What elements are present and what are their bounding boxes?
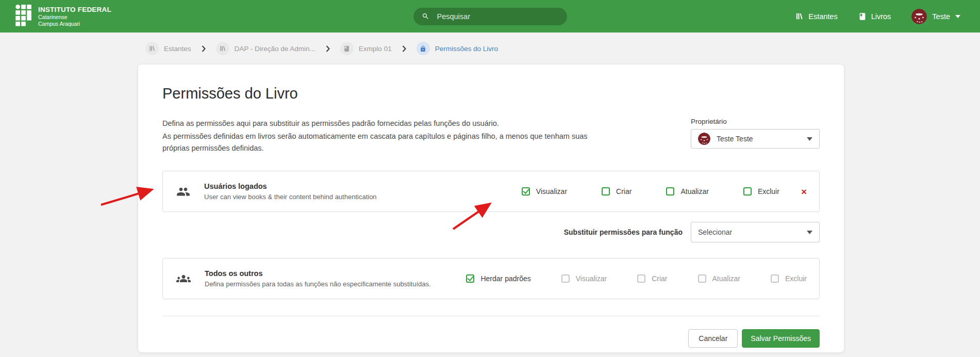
breadcrumb-label: Estantes (164, 45, 191, 53)
permission-row-everyone-else: Todos os outros Defina permissões para t… (162, 258, 820, 299)
permission-row-title: Usuários logados (204, 182, 377, 190)
checkbox-icon[interactable] (561, 274, 570, 283)
description-line-2: As permissões definidas em livros serão … (162, 131, 602, 154)
checkbox-excluir[interactable]: Excluir (771, 274, 807, 283)
checkbox-icon[interactable] (698, 274, 706, 283)
permission-row-subtitle: User can view books & their content behi… (204, 193, 377, 201)
search-icon (422, 12, 429, 20)
institution-grid-icon (15, 5, 32, 28)
nav-books-label: Livros (871, 12, 891, 21)
checkbox-visualizar[interactable]: Visualizar (561, 274, 607, 283)
logo-line-3: Campus Araquari (38, 21, 111, 27)
permission-row-logged-in-users: Usuários logados User can view books & t… (162, 171, 820, 212)
three-people-icon (176, 271, 191, 286)
search-input[interactable] (436, 12, 559, 21)
owner-block: Proprietário Teste Teste (691, 118, 820, 149)
role-override-label: Substituir permissões para função (564, 228, 683, 236)
book-icon (340, 42, 354, 55)
nav-books[interactable]: Livros (858, 12, 891, 21)
bookshelf-icon (795, 12, 804, 21)
chevron-right-icon (202, 45, 206, 52)
checkbox-criar[interactable]: Criar (637, 274, 667, 283)
header-nav: Estantes Livros Teste (795, 9, 960, 24)
description-line-1: Defina as permissões aqui para substitui… (162, 118, 602, 129)
lock-icon (417, 42, 430, 55)
breadcrumb-label: Permissões do Livro (435, 45, 498, 53)
checkbox-excluir[interactable]: Excluir (743, 187, 779, 196)
checkbox-herdar-padroes[interactable]: Herdar padrões (466, 274, 530, 283)
logo-line-1: INSTITUTO FEDERAL (38, 6, 111, 14)
nav-shelves[interactable]: Estantes (795, 12, 837, 21)
owner-label: Proprietário (691, 118, 820, 125)
chevron-right-icon (326, 45, 330, 52)
breadcrumb-item-permissions[interactable]: Permissões do Livro (417, 42, 498, 55)
breadcrumb-item-shelves[interactable]: Estantes (145, 42, 191, 55)
breadcrumb-label: Exmplo 01 (359, 45, 392, 53)
cancel-button[interactable]: Cancelar (688, 329, 738, 348)
checkbox-atualizar[interactable]: Atualizar (666, 187, 708, 196)
permission-row-subtitle: Defina permissões para todas as funções … (205, 280, 431, 288)
permissions-card: Permissões do Livro Defina as permissões… (138, 64, 844, 352)
permission-checkbox-group: Herdar padrões Visualizar Criar Atualiza… (466, 274, 807, 283)
nav-shelves-label: Estantes (808, 12, 837, 21)
logo-text: INSTITUTO FEDERAL Catarinense Campus Ara… (38, 6, 111, 27)
avatar (911, 9, 927, 24)
page-title: Permissões do Livro (162, 85, 820, 102)
page-description: Defina as permissões aqui para substitui… (162, 118, 602, 155)
owner-value: Teste Teste (717, 135, 753, 143)
checkbox-icon[interactable] (637, 274, 645, 283)
divider (162, 316, 820, 316)
book-icon (858, 12, 867, 21)
chevron-right-icon (402, 45, 406, 52)
checkbox-visualizar[interactable]: Visualizar (522, 187, 567, 196)
role-override-section: Substituir permissões para função Seleci… (162, 222, 820, 242)
breadcrumb-item-shelf-dap[interactable]: DAP - Direção de Admin... (216, 42, 315, 55)
checkbox-icon[interactable] (602, 187, 610, 196)
breadcrumb: Estantes DAP - Direção de Admin... Exmpl… (0, 33, 980, 56)
logo-line-2: Catarinense (38, 14, 111, 21)
breadcrumb-item-book[interactable]: Exmplo 01 (340, 42, 392, 55)
permission-checkbox-group: Visualizar Criar Atualizar Excluir × (522, 187, 807, 197)
search-bar[interactable] (413, 8, 567, 25)
checkbox-criar[interactable]: Criar (602, 187, 632, 196)
checkbox-icon[interactable] (466, 274, 474, 283)
checkbox-icon[interactable] (666, 187, 674, 196)
bookshelf-icon (145, 42, 159, 55)
save-permissions-button[interactable]: Salvar Permissões (742, 329, 820, 348)
remove-row-icon[interactable]: × (801, 187, 807, 197)
bookshelf-icon (216, 42, 229, 55)
chevron-down-icon (955, 15, 960, 18)
role-select-value: Selecionar (698, 228, 732, 236)
chevron-down-icon (807, 231, 812, 234)
breadcrumb-label: DAP - Direção de Admin... (235, 45, 315, 53)
user-menu[interactable]: Teste (911, 9, 960, 24)
checkbox-icon[interactable] (771, 274, 779, 283)
user-name: Teste (932, 12, 950, 21)
permission-row-title: Todos os outros (205, 269, 431, 278)
owner-select[interactable]: Teste Teste (691, 129, 820, 149)
role-select[interactable]: Selecionar (691, 222, 820, 242)
app-logo[interactable]: INSTITUTO FEDERAL Catarinense Campus Ara… (15, 5, 111, 28)
app-header: INSTITUTO FEDERAL Catarinense Campus Ara… (0, 0, 980, 33)
permission-row-text: Todos os outros Defina permissões para t… (205, 269, 431, 288)
avatar (698, 133, 710, 145)
checkbox-icon[interactable] (743, 187, 752, 196)
chevron-down-icon (807, 137, 812, 141)
two-people-icon (176, 185, 190, 199)
permission-row-text: Usuários logados User can view books & t… (204, 182, 377, 201)
intro-section: Defina as permissões aqui para substitui… (162, 118, 820, 155)
checkbox-atualizar[interactable]: Atualizar (698, 274, 740, 283)
form-actions: Cancelar Salvar Permissões (162, 329, 820, 348)
checkbox-icon[interactable] (522, 187, 530, 196)
